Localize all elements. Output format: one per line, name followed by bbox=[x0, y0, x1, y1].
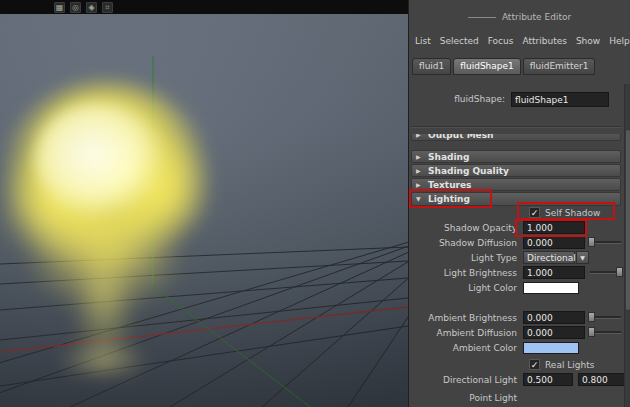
chevron-right-icon: ▶ bbox=[416, 151, 421, 163]
shadow-diffusion-label: Shadow Diffusion bbox=[411, 238, 517, 248]
section-shading-quality[interactable]: ▶ Shading Quality bbox=[411, 164, 621, 177]
light-color-swatch[interactable] bbox=[523, 282, 579, 294]
maya-window: ▦ ◎ ◈ ⌗ bbox=[0, 0, 630, 407]
light-brightness-slider[interactable] bbox=[590, 271, 621, 274]
ambient-brightness-row: Ambient Brightness 0.000 bbox=[411, 311, 623, 325]
chevron-down-icon: ▼ bbox=[416, 193, 421, 205]
chevron-right-icon: ▶ bbox=[416, 165, 421, 177]
light-brightness-row: Light Brightness 1.000 bbox=[411, 266, 623, 280]
shadow-opacity-row: Shadow Opacity 1.000 bbox=[411, 221, 623, 235]
menu-help[interactable]: Help bbox=[609, 36, 630, 46]
menu-show[interactable]: Show bbox=[576, 36, 600, 46]
directional-light-y-field[interactable]: 0.800 bbox=[578, 373, 628, 386]
point-light-label: Point Light bbox=[411, 393, 517, 403]
tab-fluid1[interactable]: fluid1 bbox=[412, 58, 451, 75]
directional-light-x-field[interactable]: 0.500 bbox=[523, 373, 573, 386]
ambient-brightness-label: Ambient Brightness bbox=[411, 313, 517, 323]
self-shadow-checkbox[interactable]: ✓ bbox=[529, 207, 540, 218]
attribute-editor-panel: Attribute Editor List Selected Focus Att… bbox=[408, 0, 630, 407]
light-type-row: Light Type Directional ▼ bbox=[411, 251, 623, 265]
slider-handle[interactable] bbox=[588, 312, 595, 322]
chevron-right-icon: ▶ bbox=[416, 179, 421, 191]
ambient-diffusion-row: Ambient Diffusion 0.000 bbox=[411, 326, 623, 340]
ambient-color-swatch[interactable] bbox=[523, 342, 579, 354]
light-type-label: Light Type bbox=[411, 253, 517, 263]
section-label: Shading bbox=[428, 152, 469, 162]
tab-fluidemitter1[interactable]: fluidEmitter1 bbox=[523, 58, 596, 75]
real-lights-label: Real Lights bbox=[545, 360, 594, 370]
shadow-diffusion-field[interactable]: 0.000 bbox=[523, 236, 585, 249]
scrollbar-thumb[interactable] bbox=[626, 130, 630, 310]
panel-header[interactable]: Attribute Editor bbox=[409, 12, 630, 22]
point-light-row: Point Light bbox=[411, 391, 623, 405]
section-label: Textures bbox=[428, 180, 471, 190]
panel-title: Attribute Editor bbox=[502, 12, 571, 22]
light-brightness-field[interactable]: 1.000 bbox=[523, 266, 585, 279]
ambient-color-row: Ambient Color bbox=[411, 341, 623, 355]
section-textures[interactable]: ▶ Textures bbox=[411, 178, 621, 191]
chevron-down-icon[interactable]: ▼ bbox=[576, 251, 589, 264]
section-label: Lighting bbox=[428, 194, 470, 204]
node-name-field[interactable]: fluidShape1 bbox=[511, 92, 609, 107]
directional-light-label: Directional Light bbox=[411, 375, 517, 385]
self-shadow-row: ✓ Self Shadow bbox=[411, 206, 623, 220]
ambient-diffusion-slider[interactable] bbox=[590, 331, 621, 334]
shadow-diffusion-slider[interactable] bbox=[590, 241, 621, 244]
shadow-diffusion-row: Shadow Diffusion 0.000 bbox=[411, 236, 623, 250]
ambient-diffusion-label: Ambient Diffusion bbox=[411, 328, 517, 338]
node-type-label: fluidShape: bbox=[409, 94, 505, 104]
ambient-brightness-field[interactable]: 0.000 bbox=[523, 311, 585, 324]
curve-snap-icon[interactable]: ◎ bbox=[70, 2, 81, 13]
menubar: List Selected Focus Attributes Show Help bbox=[415, 36, 628, 46]
light-type-dropdown[interactable]: Directional bbox=[523, 251, 575, 264]
chevron-right-icon: ▶ bbox=[416, 134, 421, 141]
shadow-opacity-field[interactable]: 1.000 bbox=[523, 221, 585, 234]
view-snap-icon[interactable]: ⌗ bbox=[102, 2, 113, 13]
panel-drag-handle bbox=[468, 17, 496, 18]
light-brightness-label: Light Brightness bbox=[411, 268, 517, 278]
real-lights-checkbox[interactable]: ✓ bbox=[529, 359, 540, 370]
node-name-row: fluidShape: fluidShape1 bbox=[409, 92, 630, 107]
menu-focus[interactable]: Focus bbox=[488, 36, 514, 46]
cloud-bright-core bbox=[34, 102, 164, 217]
tab-bar: fluid1 fluidShape1 fluidEmitter1 bbox=[412, 58, 595, 75]
menu-attributes[interactable]: Attributes bbox=[522, 36, 566, 46]
cloud-ground-glow bbox=[56, 339, 151, 381]
menu-list[interactable]: List bbox=[415, 36, 431, 46]
viewport-3d[interactable] bbox=[0, 14, 408, 407]
fluid-explosion-cloud bbox=[0, 14, 408, 407]
vertical-scrollbar[interactable] bbox=[624, 84, 630, 407]
grid-snap-icon[interactable]: ▦ bbox=[54, 2, 65, 13]
ambient-color-label: Ambient Color bbox=[411, 343, 517, 353]
ambient-brightness-slider[interactable] bbox=[590, 316, 621, 319]
real-lights-row: ✓ Real Lights bbox=[411, 358, 623, 372]
directional-light-row: Directional Light 0.500 0.800 bbox=[411, 373, 623, 387]
section-output-mesh-clipped[interactable]: ▶ Output Mesh bbox=[411, 134, 621, 142]
slider-handle[interactable] bbox=[616, 267, 623, 277]
section-label: Output Mesh bbox=[428, 134, 493, 140]
slider-handle[interactable] bbox=[588, 237, 595, 247]
section-shading[interactable]: ▶ Shading bbox=[411, 150, 621, 163]
ambient-diffusion-field[interactable]: 0.000 bbox=[523, 326, 585, 339]
section-label: Shading Quality bbox=[428, 166, 509, 176]
shadow-opacity-label: Shadow Opacity bbox=[411, 223, 517, 233]
status-line: ▦ ◎ ◈ ⌗ bbox=[0, 0, 408, 14]
tab-fluidshape1[interactable]: fluidShape1 bbox=[453, 58, 521, 75]
menu-selected[interactable]: Selected bbox=[440, 36, 479, 46]
light-color-row: Light Color bbox=[411, 281, 623, 295]
point-snap-icon[interactable]: ◈ bbox=[86, 2, 97, 13]
separator bbox=[411, 126, 622, 128]
light-color-label: Light Color bbox=[411, 283, 517, 293]
self-shadow-label: Self Shadow bbox=[545, 208, 600, 218]
slider-handle[interactable] bbox=[588, 327, 595, 337]
section-lighting[interactable]: ▼ Lighting bbox=[411, 192, 621, 206]
